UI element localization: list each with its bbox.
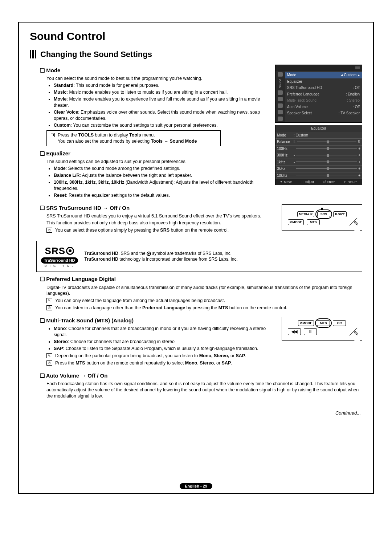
mode-music-t: : Music mode enables you to listen to mu… xyxy=(66,90,228,95)
osd-row: Auto Volume: Off xyxy=(287,104,360,110)
srs-ring-icon xyxy=(66,247,74,255)
section-mts: Multi-Track Sound (MTS) (Analog) Mono: C… xyxy=(40,317,277,366)
pl-n2b: Preferred Language xyxy=(142,305,185,310)
tools-note-1c: button to display xyxy=(94,133,129,138)
remote-btn-cc: CC xyxy=(333,320,346,326)
subtitle: Changing the Sound Settings xyxy=(40,49,152,60)
osd-eq-row: 1kHz-+ xyxy=(275,159,362,166)
srs-tm-l2-b: TruSurround HD xyxy=(85,257,118,262)
pref-lang-p1: Digital-TV broadcasts are capable of sim… xyxy=(46,285,362,297)
mode-standard-b: Standard xyxy=(54,83,73,88)
osd-eq-row: 3kHz-+ xyxy=(275,166,362,172)
tools-note-2a: You can also set the sound mods by selec… xyxy=(58,139,151,144)
tools-icon xyxy=(50,133,55,137)
osd-top-icon xyxy=(355,66,360,69)
osd-eq-footer-item: ⏎ Enter xyxy=(323,180,335,184)
mts-sap-b: SAP xyxy=(54,346,63,351)
mts-heading: Multi-Track Sound (MTS) (Analog) xyxy=(40,317,277,324)
mts-mono-t: : Choose for channels that are broadcast… xyxy=(54,326,266,337)
tools-note-1d: Tools xyxy=(129,133,141,138)
mts-n1a: Depending on the particular program bein… xyxy=(55,353,199,358)
mode-standard-t: : This sound mode is for general purpose… xyxy=(73,83,159,88)
srs-note-c: button on the remote control. xyxy=(170,228,229,233)
osd-side-icon xyxy=(278,72,283,77)
mode-heading: Mode xyxy=(40,67,271,74)
tools-note-box: Press the TOOLS button to display Tools … xyxy=(46,130,221,146)
osd-eq-row: 300Hz-+ xyxy=(275,152,362,159)
srs-remote-note: ✆ You can select these options simply by… xyxy=(46,227,277,233)
eq-reset-t: : Resets the equalizer settings to the d… xyxy=(66,193,170,198)
mts-n2c: button on the remote control repeatedly … xyxy=(85,360,185,366)
remote-btn-pmode: P.MODE xyxy=(288,219,304,225)
section-equalizer: Equalizer The sound settings can be adju… xyxy=(40,150,271,199)
osd-eq-row: 100Hz-+ xyxy=(275,146,362,152)
tools-note-1e: menu. xyxy=(141,133,155,138)
osd-row: Speaker Select: TV Speaker xyxy=(287,110,360,117)
osd-eq-footer-item: ↩ Return xyxy=(344,180,358,184)
pen-icon: ✎ xyxy=(354,329,359,338)
remote-note-icon: ✆ xyxy=(46,228,52,233)
mts-n2i: . xyxy=(231,360,232,366)
pl-n2a: You can listen in a language other than … xyxy=(55,305,142,310)
autovol-p1: Each broadcasting station has its own si… xyxy=(46,381,362,399)
osd-row: ModeCustom xyxy=(285,72,362,78)
eq-reset-b: Reset xyxy=(54,193,66,198)
mode-movie-t: : Movie mode enables you to experience l… xyxy=(54,97,260,108)
osd-side-icon xyxy=(278,110,283,114)
mode-music-b: Music xyxy=(54,90,66,95)
remote-note-icon: ✆ xyxy=(46,360,52,366)
mode-list: Standard: This sound mode is for general… xyxy=(54,82,271,128)
mts-stereo-b: Stereo xyxy=(54,339,68,344)
eq-bal-b: Balance L/R xyxy=(54,173,80,178)
osd-eq-footer-item: ↔ Adjust xyxy=(301,180,314,184)
mode-custom-t: : You can customize the sound settings t… xyxy=(71,123,218,128)
remote-snippet-1: MEDIA.P SRS P.SIZE P.MODE MTS ✎ xyxy=(282,204,362,231)
eq-bw-b: 100Hz, 300Hz, 1kHz, 3kHz, 10kHz xyxy=(54,180,124,185)
tools-note-1b: TOOLS xyxy=(78,133,94,138)
eq-intro: The sound settings can be adjusted to su… xyxy=(46,159,271,165)
osd-eq-L: L xyxy=(294,139,296,144)
mts-n2f: Stereo xyxy=(200,360,214,366)
osd-eq-row: 10kHz-+ xyxy=(275,172,362,179)
eq-mode-t: : Selects the sound mode among the prede… xyxy=(66,166,180,171)
srs-tm-l1-b: TruSurround HD xyxy=(85,251,118,256)
info-note-icon: ✎ xyxy=(46,298,52,303)
section-srs: SRS TruSurround HD → Off / On SRS TruSur… xyxy=(40,204,277,233)
remote-btn-srs: SRS xyxy=(317,211,330,217)
eq-heading: Equalizer xyxy=(40,150,271,157)
srs-tm-l1-end: symbol are trademarks of SRS Labs, Inc. xyxy=(151,251,232,256)
srs-note-a: You can select these options simply by p… xyxy=(55,228,160,233)
mts-n2d: Mono xyxy=(185,360,197,366)
mode-clear-b: Clear Voice xyxy=(54,110,78,115)
remote-btn-psize: P.SIZE xyxy=(333,211,347,217)
info-note-icon: ✎ xyxy=(46,353,52,358)
osd-eq-footer-item: ✦ Move xyxy=(280,180,292,184)
mode-intro: You can select the sound mode to best su… xyxy=(46,76,271,82)
osd-sound-menu: Sound ModeCustomEqualizerSRS TruSurround… xyxy=(275,65,362,123)
srs-logo-text: SRS xyxy=(45,245,65,257)
osd-equalizer: Equalizer Mode: Custom Balance LR 100Hz-… xyxy=(275,125,362,185)
srs-trademark-box: SRS TruSurround HD D I G I T A L TruSurr… xyxy=(36,241,362,272)
remote-btn-rewind: ◀◀ xyxy=(288,328,301,335)
title-stripes xyxy=(30,50,37,58)
pref-lang-n1: You can only select the language from am… xyxy=(55,298,225,304)
pl-n2d: MTS xyxy=(219,305,228,310)
mts-n2g: , or xyxy=(214,360,222,366)
eq-list: Mode: Selects the sound mode among the p… xyxy=(54,166,271,198)
mts-sap-t: : Choose to listen to the Separate Audio… xyxy=(63,346,258,351)
eq-bal-t: : Adjusts the balance between the right … xyxy=(80,173,192,178)
osd-side-icon xyxy=(278,97,283,101)
mts-mono-b: Mono xyxy=(54,326,66,331)
eq-mode-b: Mode xyxy=(54,166,66,171)
osd-eq-mode-v: : Custom xyxy=(292,132,362,139)
section-mode: Mode You can select the sound mode to be… xyxy=(40,67,271,146)
remote-btn-mediap: MEDIA.P xyxy=(297,211,315,217)
pref-lang-heading: Preferred Language Digital xyxy=(40,276,362,283)
pl-n2c: by pressing the xyxy=(185,305,219,310)
osd-eq-mode-k: Mode xyxy=(275,132,292,139)
remote-btn-mts: MTS xyxy=(317,320,330,326)
osd-row: SRS TruSurround HD: Off xyxy=(287,85,360,91)
remote-snippet-2: P.MODE MTS CC ◀◀ II ✎ xyxy=(282,317,362,341)
srs-tm-l1-t: , SRS and the xyxy=(118,251,147,256)
osd-side-icon xyxy=(278,103,283,108)
